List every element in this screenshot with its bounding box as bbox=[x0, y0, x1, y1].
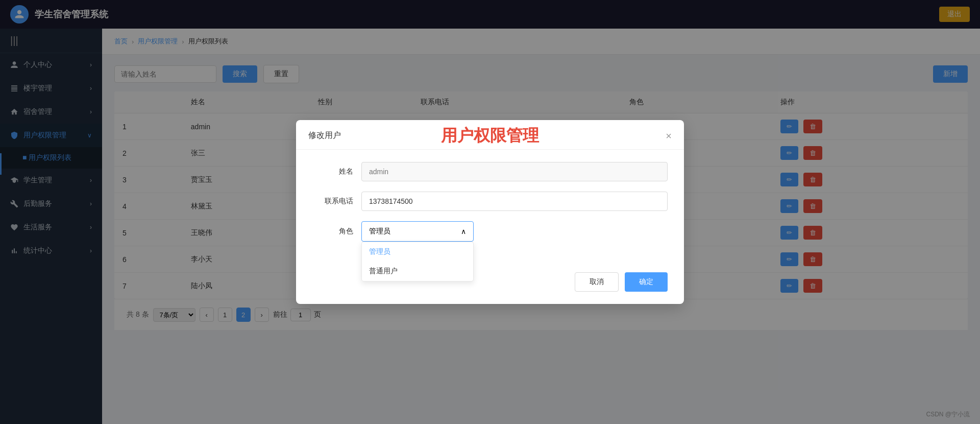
modal-title-center: 用户权限管理 bbox=[441, 125, 539, 147]
modal-footer: 取消 确定 bbox=[296, 264, 684, 304]
role-select-wrapper: 管理员 ∧ 管理员 普通用户 bbox=[361, 221, 474, 242]
form-row-phone: 联系电话 bbox=[312, 192, 668, 211]
role-dropdown: 管理员 普通用户 bbox=[361, 242, 474, 281]
role-selected-value: 管理员 bbox=[369, 227, 390, 236]
role-option-admin[interactable]: 管理员 bbox=[362, 242, 473, 262]
modal-title-left: 修改用户 bbox=[308, 130, 341, 141]
phone-input[interactable] bbox=[361, 192, 668, 211]
confirm-button[interactable]: 确定 bbox=[625, 272, 668, 292]
modal: 修改用户 用户权限管理 × 姓名 联系电话 角色 管理员 ∧ bbox=[296, 120, 684, 304]
role-option-normal[interactable]: 普通用户 bbox=[362, 262, 473, 281]
modal-body: 姓名 联系电话 角色 管理员 ∧ 管理员 普通用户 bbox=[296, 150, 684, 264]
role-label: 角色 bbox=[312, 227, 353, 236]
modal-close-button[interactable]: × bbox=[666, 131, 672, 141]
phone-label: 联系电话 bbox=[312, 197, 353, 206]
role-select[interactable]: 管理员 ∧ bbox=[361, 221, 474, 242]
modal-header: 修改用户 用户权限管理 × bbox=[296, 120, 684, 150]
name-input[interactable] bbox=[361, 162, 668, 181]
modal-overlay[interactable]: 修改用户 用户权限管理 × 姓名 联系电话 角色 管理员 ∧ bbox=[0, 0, 980, 424]
name-label: 姓名 bbox=[312, 167, 353, 176]
cancel-button[interactable]: 取消 bbox=[575, 272, 619, 292]
form-row-name: 姓名 bbox=[312, 162, 668, 181]
chevron-up-icon: ∧ bbox=[461, 227, 466, 235]
form-row-role: 角色 管理员 ∧ 管理员 普通用户 bbox=[312, 221, 668, 242]
